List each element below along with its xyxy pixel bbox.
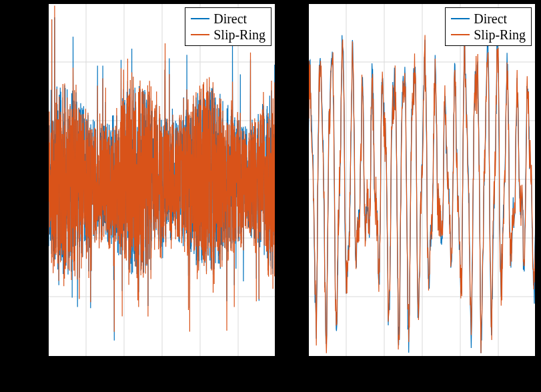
series-slipring-left xyxy=(48,5,276,331)
series-slipring-right xyxy=(308,35,536,353)
legend-right: Direct Slip-Ring xyxy=(445,7,532,46)
chart-left: Direct Slip-Ring xyxy=(48,3,276,357)
legend-item-direct-r: Direct xyxy=(451,11,526,27)
legend-swatch-slipring-r xyxy=(451,34,470,35)
legend-left: Direct Slip-Ring xyxy=(185,7,272,46)
legend-label-slipring: Slip-Ring xyxy=(213,27,265,43)
series-container-left xyxy=(48,3,276,357)
legend-item-direct: Direct xyxy=(191,11,265,27)
legend-item-slipring: Slip-Ring xyxy=(191,27,265,43)
legend-label-direct: Direct xyxy=(213,11,247,27)
chart-right: Direct Slip-Ring xyxy=(308,3,536,357)
legend-label-direct-r: Direct xyxy=(474,11,507,27)
legend-swatch-direct-r xyxy=(451,18,470,19)
series-container-right xyxy=(308,3,536,357)
legend-swatch-direct xyxy=(191,18,209,19)
legend-item-slipring-r: Slip-Ring xyxy=(451,27,526,43)
legend-swatch-slipring xyxy=(191,34,209,35)
legend-label-slipring-r: Slip-Ring xyxy=(474,27,526,43)
